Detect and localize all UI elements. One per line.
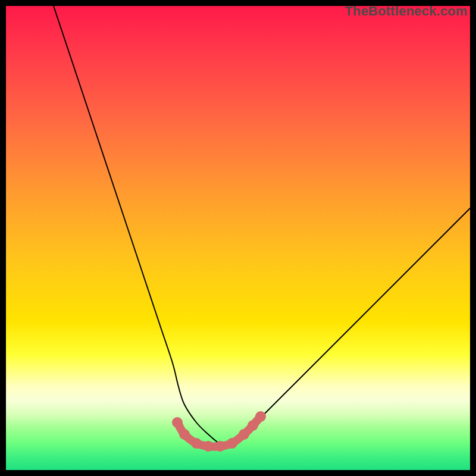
highlight-dot (248, 420, 258, 431)
plot-svg (6, 6, 470, 470)
highlight-dot (255, 411, 266, 422)
highlight-dot (239, 429, 249, 440)
highlight-dot (203, 441, 214, 452)
highlight-dot (172, 417, 183, 428)
highlight-dot (227, 438, 237, 449)
highlight-dot (191, 438, 202, 449)
highlight-dot (179, 429, 190, 440)
chart-stage: TheBottleneck.com (0, 0, 476, 476)
bottleneck-curve (54, 6, 470, 445)
highlight-dot (215, 441, 226, 452)
plot-area (6, 6, 470, 470)
